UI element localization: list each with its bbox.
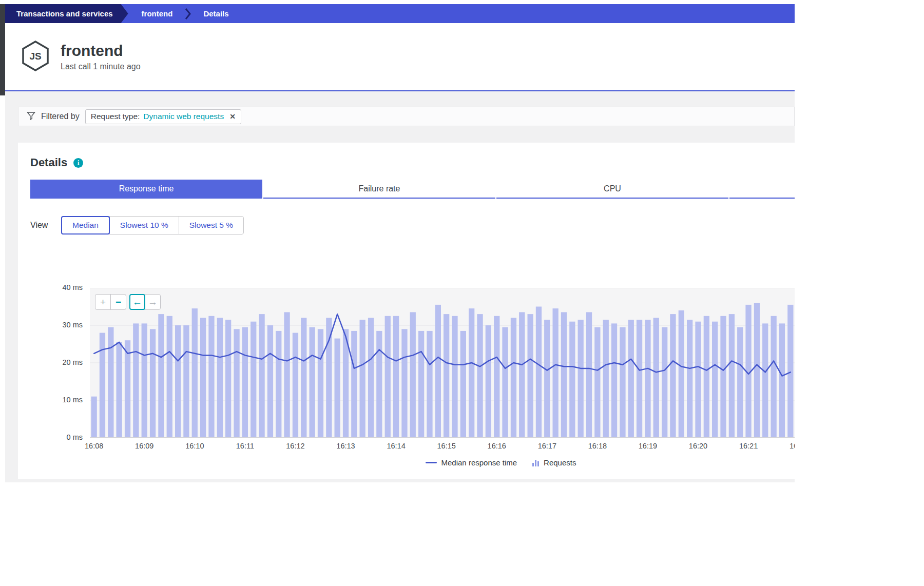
chart-zoom-controls: + − ← → [95,294,161,310]
legend-item-requests[interactable]: Requests [532,458,576,467]
x-tick-label: 16:16 [488,442,506,450]
chart-plot[interactable]: 0 ms10 ms20 ms30 ms40 ms 16:0816:0916:10… [90,288,795,438]
x-tick-label: 16:15 [437,442,456,450]
breadcrumb-item-details[interactable]: Details [203,9,228,18]
breadcrumb-item-transactions-and-services[interactable]: Transactions and services [5,4,128,23]
view-option-median[interactable]: Median [61,216,110,235]
svg-text:JS: JS [29,51,41,62]
details-title: Details [30,156,67,169]
x-tick-label: 16:21 [739,442,758,450]
y-tick-label: 0 ms [50,433,83,441]
legend-label: Requests [544,458,576,467]
view-button-group: Median Slowest 10 % Slowest 5 % [61,216,244,235]
x-tick-label: 16:17 [538,442,556,450]
x-tick-label: 16:12 [286,442,304,450]
filter-chip-value: Dynamic web requests [143,112,224,121]
tab-failure-rate[interactable]: Failure rate [263,180,495,199]
tab-cpu[interactable]: CPU [496,180,728,199]
service-header: JS frontend Last call 1 minute ago [5,23,795,90]
filter-chip-request-type[interactable]: Request type: Dynamic web requests ✕ [85,109,241,124]
tab-partial[interactable] [729,180,795,199]
details-card: Details i Response time Failure rate CPU… [18,143,795,479]
view-label: View [30,221,61,230]
x-tick-label: 16:13 [336,442,355,450]
details-tabs: Response time Failure rate CPU [30,180,795,199]
filter-bar: Filtered by Request type: Dynamic web re… [18,107,795,126]
chevron-right-icon [185,8,191,20]
x-tick-label: 16:08 [85,442,103,450]
nodejs-icon: JS [21,40,50,74]
funnel-icon [27,111,35,122]
x-tick-label: 16:18 [588,442,607,450]
x-tick-label: 16:09 [135,442,153,450]
pan-forward-button[interactable]: → [145,294,161,310]
zoom-in-button[interactable]: + [95,294,111,310]
x-tick-label: 16:10 [185,442,204,450]
view-selector-row: View Median Slowest 10 % Slowest 5 % [30,216,795,235]
y-axis-labels: 0 ms10 ms20 ms30 ms40 ms [50,288,83,438]
x-tick-label: 16:14 [387,442,405,450]
filtered-by-label: Filtered by [41,112,80,121]
y-tick-label: 20 ms [50,358,83,366]
legend-item-median-response-time[interactable]: Median response time [426,458,517,467]
chart-legend: Median response time Requests [148,458,795,467]
x-tick-label: 16:19 [639,442,657,450]
breadcrumb-item-frontend[interactable]: frontend [142,9,173,18]
bars-swatch-icon [532,459,539,466]
breadcrumb-label: Details [203,9,228,18]
y-tick-label: 10 ms [50,396,83,404]
x-tick-label: 16:11 [236,442,254,450]
y-tick-label: 30 ms [50,321,83,329]
breadcrumb-label: Transactions and services [16,9,113,18]
breadcrumb: Transactions and services frontend Detai… [5,4,795,23]
app-window: Transactions and services frontend Detai… [0,4,795,586]
info-icon[interactable]: i [73,158,83,168]
pan-back-button[interactable]: ← [129,294,145,310]
x-axis-labels: 16:0816:0916:1016:1116:1216:1316:1416:15… [69,442,795,453]
last-call-status: Last call 1 minute ago [61,62,141,71]
left-edge-strip [0,4,5,95]
view-option-slowest-10[interactable]: Slowest 10 % [109,216,179,235]
line-swatch-icon [426,462,437,463]
filter-chip-key: Request type: [91,112,140,121]
x-tick-label: 16:20 [689,442,707,450]
zoom-out-button[interactable]: − [110,294,126,310]
x-tick-label: 16:22 [790,442,795,450]
remove-filter-icon[interactable]: ✕ [229,112,236,121]
legend-label: Median response time [441,458,517,467]
chart-svg [90,288,795,438]
breadcrumb-label: frontend [142,9,173,18]
view-option-slowest-5[interactable]: Slowest 5 % [179,216,244,235]
tab-response-time[interactable]: Response time [30,180,262,199]
y-tick-label: 40 ms [50,283,83,291]
page-title: frontend [61,42,141,60]
content-area: Filtered by Request type: Dynamic web re… [5,91,795,482]
